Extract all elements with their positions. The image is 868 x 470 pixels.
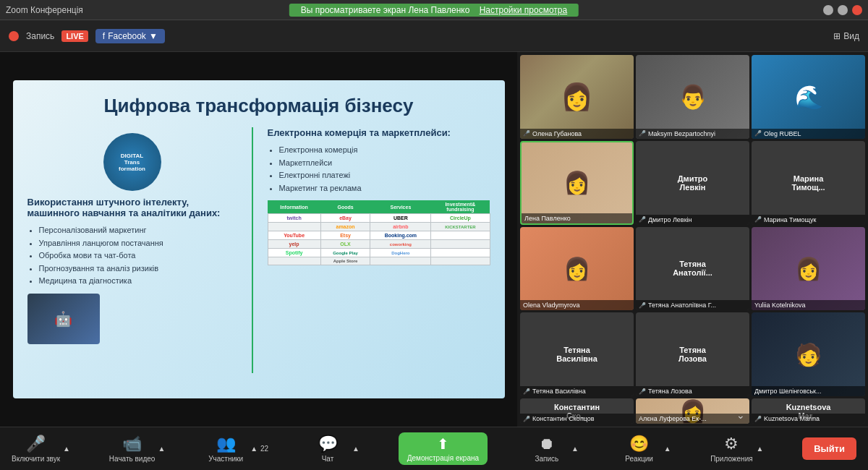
mute-chevron-icon[interactable]: ▲ bbox=[61, 445, 72, 453]
participant-tile[interactable]: Константин Ско... 🎤 Константин Скопцов bbox=[520, 398, 634, 424]
video-chevron-icon[interactable]: ▲ bbox=[156, 445, 166, 453]
settings-btn[interactable]: Настройки просмотра bbox=[480, 5, 568, 15]
marketplace-table: Information Goods Services Investment&fu… bbox=[268, 200, 490, 265]
avatar: 👩 bbox=[520, 55, 634, 139]
participant-name-overlay: Лена Павленко bbox=[522, 213, 632, 223]
participant-name-overlay: 🎤 Maksym Bezpartochnyi bbox=[636, 129, 749, 139]
viewing-banner: Вы просматриваете экран Лена Павленко На… bbox=[289, 4, 579, 17]
participant-tile[interactable]: Марина Тимощ... 🎤 Марина Тимощук bbox=[752, 141, 865, 225]
slide-body: DIGITALTransformation Використання штучн… bbox=[27, 127, 490, 373]
participant-name: Kuznetsova Marina bbox=[764, 415, 820, 422]
main-content: Цифрова трансформація бізнесу DIGITALTra… bbox=[0, 52, 868, 427]
mic-muted-icon: 🎤 bbox=[639, 216, 646, 223]
participants-label: Участники bbox=[208, 455, 243, 463]
table-cell: coworking bbox=[370, 240, 431, 249]
participant-tile[interactable]: Тетяна Лозова 🎤 Тетяна Лозова bbox=[636, 312, 749, 396]
participant-name-overlay: 🎤 Тетяна Анатоліївна Г... bbox=[636, 300, 749, 310]
participant-name: Марина Тимощук bbox=[764, 216, 816, 223]
participant-tile[interactable]: 👨 🎤 Maksym Bezpartochnyi bbox=[636, 55, 749, 139]
record-group: ⏺ Запись ▲ bbox=[525, 435, 580, 463]
participants-button[interactable]: 👥 Участники bbox=[204, 435, 247, 463]
participant-tile[interactable]: Тетяна Василівна 🎤 Тетяна Василівна bbox=[520, 312, 634, 396]
participant-tile[interactable]: 🧑 Дмитро Шелінговськ... bbox=[752, 312, 865, 396]
table-header: Services bbox=[370, 200, 431, 214]
minimize-button[interactable] bbox=[823, 5, 833, 15]
presentation-area: Цифрова трансформація бізнесу DIGITALTra… bbox=[0, 52, 517, 427]
participant-tile[interactable]: 👩 Алєна Луферова Ек-... bbox=[636, 398, 749, 424]
list-item: Маркетплейси bbox=[279, 157, 490, 170]
slide-title: Цифрова трансформація бізнесу bbox=[27, 95, 490, 117]
apps-chevron-icon[interactable]: ▲ bbox=[754, 445, 765, 453]
mic-muted-icon: 🎤 bbox=[754, 216, 762, 223]
record-button[interactable]: ⏺ Запись bbox=[525, 435, 569, 463]
facebook-label: Facebook bbox=[108, 31, 146, 41]
react-chevron-icon[interactable]: ▲ bbox=[663, 445, 673, 453]
grid-scroll-down[interactable]: ⌄ bbox=[736, 409, 745, 421]
slide: Цифрова трансформація бізнесу DIGITALTra… bbox=[13, 80, 505, 398]
view-button[interactable]: ⊞ Вид bbox=[833, 31, 859, 41]
slide-left-panel: DIGITALTransformation Використання штучн… bbox=[27, 127, 237, 373]
chat-button[interactable]: 💬 Чат bbox=[306, 435, 349, 463]
chat-label: Чат bbox=[322, 455, 334, 463]
table-cell bbox=[268, 257, 320, 265]
table-cell: Google Play bbox=[320, 249, 370, 257]
chat-chevron-icon[interactable]: ▲ bbox=[351, 445, 361, 453]
leave-button[interactable]: Выйти bbox=[802, 437, 856, 460]
title-bar-left: Zoom Конференція bbox=[6, 5, 83, 15]
facebook-chevron-icon: ▼ bbox=[149, 31, 158, 41]
table-cell: Etsy bbox=[320, 231, 370, 240]
participant-name-overlay: 🎤 Константин Скопцов bbox=[520, 414, 634, 424]
video-button[interactable]: 📹 Начать видео bbox=[109, 435, 156, 463]
mute-icon: 🎤 bbox=[26, 435, 46, 453]
participant-tile[interactable]: Kuznetsova Mar... 🎤 Kuznetsova Marina bbox=[752, 398, 865, 424]
mic-muted-icon: 🎤 bbox=[639, 388, 646, 395]
title-bar: Zoom Конференція Вы просматриваете экран… bbox=[0, 0, 868, 20]
share-screen-button[interactable]: ⬆ Демонстрація екрана bbox=[399, 432, 488, 465]
participants-chevron-icon[interactable]: ▲ bbox=[249, 445, 259, 453]
chat-group: 💬 Чат ▲ bbox=[306, 435, 361, 463]
participant-tile[interactable]: 👩 Yuliia Kotelnikova bbox=[752, 227, 865, 311]
close-button[interactable] bbox=[852, 5, 862, 15]
table-cell: CircleUp bbox=[431, 214, 490, 223]
participants-count: 22 bbox=[260, 445, 268, 453]
participant-name: Olena Vladymyrova bbox=[523, 302, 580, 309]
table-cell bbox=[431, 231, 490, 240]
participant-name: Maksym Bezpartochnyi bbox=[648, 130, 715, 137]
viewing-text: Вы просматриваете экран Лена Павленко bbox=[301, 5, 470, 15]
video-group: 📹 Начать видео ▲ bbox=[109, 435, 166, 463]
participants-icon: 👥 bbox=[216, 435, 236, 453]
react-label: Реакции bbox=[625, 455, 653, 463]
participant-label: Дмитро Левкін bbox=[664, 174, 721, 192]
participant-name-overlay: 🎤 Олена Губанова bbox=[520, 129, 634, 139]
participant-name: Тетяна Лозова bbox=[648, 388, 692, 395]
maximize-button[interactable] bbox=[838, 5, 848, 15]
mute-button[interactable]: 🎤 Включити звук bbox=[12, 435, 60, 463]
table-cell bbox=[431, 257, 490, 265]
participant-name: Константин Скопцов bbox=[532, 415, 595, 422]
list-item: Електронна комерція bbox=[279, 144, 490, 157]
participant-tile[interactable]: Тетяна Анатолії... 🎤 Тетяна Анатоліївна … bbox=[636, 227, 749, 311]
react-button[interactable]: 😊 Реакции bbox=[618, 435, 661, 463]
participant-tile[interactable]: Дмитро Левкін 🎤 Дмитро Левкін bbox=[636, 141, 749, 225]
slide-right-section-title: Електронна комерція та маркетплейси: bbox=[268, 127, 490, 138]
participant-tile-active[interactable]: 👩 Лена Павленко bbox=[520, 141, 634, 225]
participant-label: Тетяна Анатолії... bbox=[664, 260, 721, 277]
table-header: Goods bbox=[320, 200, 370, 214]
participant-name-overlay: 🎤 Oleg RUBEL bbox=[752, 129, 865, 139]
record-chevron-icon[interactable]: ▲ bbox=[570, 445, 580, 453]
table-cell: airbnb bbox=[370, 223, 431, 231]
table-cell: yelp bbox=[268, 240, 320, 249]
avatar: 🧑 bbox=[752, 312, 865, 396]
avatar: 👨 bbox=[636, 55, 749, 139]
participant-name-overlay: Алєна Луферова Ек-... bbox=[636, 414, 749, 424]
facebook-button[interactable]: f Facebook ▼ bbox=[95, 29, 165, 43]
apps-button[interactable]: ⚙ Приложения bbox=[710, 435, 753, 463]
list-item: Маркетинг та реклама bbox=[279, 182, 490, 195]
participant-tile[interactable]: 👩 Olena Vladymyrova bbox=[520, 227, 634, 311]
table-cell: YouTube bbox=[268, 231, 320, 240]
table-cell bbox=[431, 249, 490, 257]
record-icon: ⏺ bbox=[539, 435, 555, 453]
participant-tile[interactable]: 🌊 🎤 Oleg RUBEL bbox=[752, 55, 865, 139]
participant-name-overlay: Yuliia Kotelnikova bbox=[752, 300, 865, 310]
participant-tile[interactable]: 👩 🎤 Олена Губанова bbox=[520, 55, 634, 139]
